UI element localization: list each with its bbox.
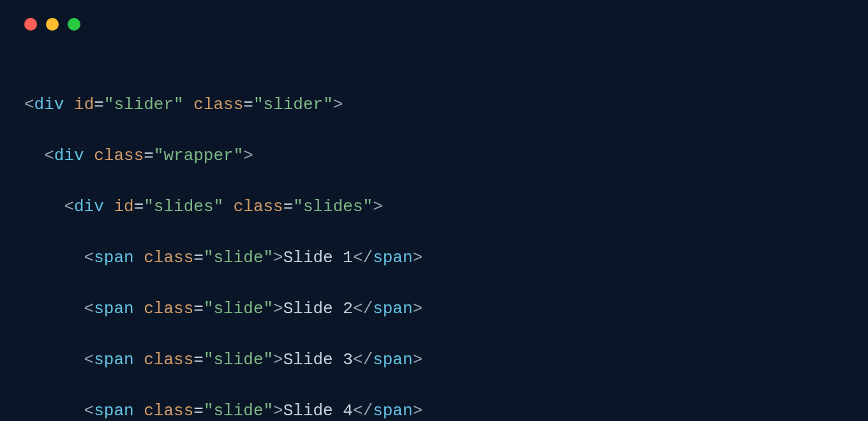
string-slide: "slide" bbox=[204, 401, 273, 420]
punct-lt-slash: </ bbox=[353, 299, 373, 318]
tag-div: div bbox=[54, 146, 84, 165]
punct-lt: < bbox=[44, 146, 54, 165]
attr-class: class bbox=[144, 299, 193, 318]
punct-eq: = bbox=[193, 401, 204, 420]
code-line: <span class="slide">Slide 3</span> bbox=[24, 347, 844, 373]
punct-eq: = bbox=[283, 197, 294, 216]
code-line: <div id="slider" class="slider"> bbox=[24, 92, 844, 117]
attr-class: class bbox=[193, 95, 243, 114]
punct-lt: < bbox=[24, 95, 34, 114]
code-line: <span class="slide">Slide 4</span> bbox=[24, 398, 844, 421]
tag-span: span bbox=[94, 248, 133, 267]
attr-class: class bbox=[94, 146, 144, 165]
code-window: <div id="slider" class="slider"> <div cl… bbox=[0, 0, 868, 421]
punct-gt: > bbox=[273, 299, 283, 318]
punct-gt: > bbox=[413, 350, 423, 369]
code-line: <span class="slide">Slide 1</span> bbox=[24, 245, 844, 270]
string-slide: "slide" bbox=[204, 248, 273, 267]
tag-div: div bbox=[74, 197, 104, 216]
punct-gt: > bbox=[413, 248, 423, 267]
tag-div: div bbox=[34, 95, 64, 114]
punct-eq: = bbox=[243, 95, 253, 114]
string-wrapper: "wrapper" bbox=[154, 146, 243, 165]
close-icon[interactable] bbox=[24, 18, 37, 31]
string-slider-id: "slider" bbox=[104, 95, 184, 114]
punct-gt: > bbox=[373, 197, 383, 216]
punct-gt: > bbox=[333, 95, 343, 114]
punct-eq: = bbox=[134, 197, 144, 216]
punct-lt-slash: </ bbox=[353, 350, 373, 369]
punct-gt: > bbox=[273, 248, 283, 267]
attr-class: class bbox=[144, 248, 193, 267]
punct-eq: = bbox=[94, 95, 104, 114]
attr-class: class bbox=[234, 197, 283, 216]
punct-eq: = bbox=[193, 248, 204, 267]
tag-span: span bbox=[94, 401, 133, 420]
punct-lt: < bbox=[64, 197, 74, 216]
punct-lt: < bbox=[84, 248, 94, 267]
code-line: <div id="slides" class="slides"> bbox=[24, 194, 844, 219]
punct-gt: > bbox=[413, 299, 423, 318]
text-slide4: Slide 4 bbox=[283, 401, 353, 420]
code-line: <div class="wrapper"> bbox=[24, 143, 844, 168]
attr-id: id bbox=[114, 197, 133, 216]
punct-gt: > bbox=[413, 401, 423, 420]
punct-eq: = bbox=[144, 146, 154, 165]
string-slider-class: "slider" bbox=[253, 95, 333, 114]
minimize-icon[interactable] bbox=[46, 18, 59, 31]
code-line: <span class="slide">Slide 2</span> bbox=[24, 296, 844, 321]
zoom-icon[interactable] bbox=[68, 18, 80, 31]
punct-eq: = bbox=[193, 299, 204, 318]
string-slides-id: "slides" bbox=[144, 197, 223, 216]
punct-lt: < bbox=[84, 350, 94, 369]
tag-span: span bbox=[94, 299, 133, 318]
tag-span: span bbox=[373, 350, 412, 369]
text-slide3: Slide 3 bbox=[283, 350, 353, 369]
tag-span: span bbox=[373, 299, 412, 318]
punct-gt: > bbox=[273, 350, 283, 369]
punct-lt: < bbox=[84, 299, 94, 318]
string-slide: "slide" bbox=[204, 350, 273, 369]
string-slide: "slide" bbox=[204, 299, 273, 318]
text-slide1: Slide 1 bbox=[283, 248, 353, 267]
titlebar bbox=[0, 0, 868, 31]
punct-lt: < bbox=[84, 401, 94, 420]
attr-class: class bbox=[144, 350, 193, 369]
attr-class: class bbox=[144, 401, 193, 420]
code-block: <div id="slider" class="slider"> <div cl… bbox=[0, 31, 868, 421]
punct-lt-slash: </ bbox=[353, 401, 373, 420]
punct-gt: > bbox=[243, 146, 253, 165]
punct-lt-slash: </ bbox=[353, 248, 373, 267]
punct-gt: > bbox=[273, 401, 283, 420]
punct-eq: = bbox=[193, 350, 204, 369]
string-slides-class: "slides" bbox=[293, 197, 373, 216]
text-slide2: Slide 2 bbox=[283, 299, 353, 318]
tag-span: span bbox=[373, 401, 412, 420]
tag-span: span bbox=[373, 248, 412, 267]
tag-span: span bbox=[94, 350, 133, 369]
attr-id: id bbox=[74, 95, 94, 114]
